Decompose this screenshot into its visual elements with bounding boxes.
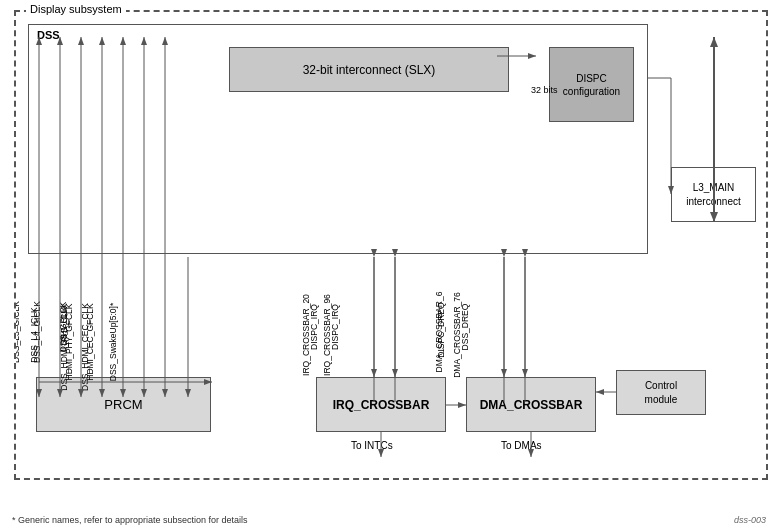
prcm-label: PRCM xyxy=(104,397,142,412)
svg-text:DSS_L3_ICLK: DSS_L3_ICLK xyxy=(16,307,18,363)
svg-text:IRQ_CROSSBAR_96: IRQ_CROSSBAR_96 xyxy=(322,294,332,376)
dma-crossbar-label: DMA_CROSSBAR xyxy=(480,398,583,412)
dss-label: DSS xyxy=(37,29,60,41)
svg-marker-64 xyxy=(392,369,398,377)
display-subsystem-box: Display subsystem DSS 32-bit interconnec… xyxy=(14,10,768,480)
svg-marker-68 xyxy=(522,369,528,377)
svg-text:DISPC_IRQ: DISPC_IRQ xyxy=(330,304,340,350)
svg-text:DMA_CROSSBAR_76: DMA_CROSSBAR_76 xyxy=(452,292,462,378)
svg-marker-72 xyxy=(596,389,604,395)
svg-text:DMA_CROSSBAR_6: DMA_CROSSBAR_6 xyxy=(434,291,444,372)
control-module-label: Controlmodule xyxy=(645,379,678,407)
prcm-box: PRCM xyxy=(36,377,211,432)
svg-text:DSS_SwakeUp[5:0]*: DSS_SwakeUp[5:0]* xyxy=(108,302,118,381)
irq-crossbar-label: IRQ_CROSSBAR xyxy=(333,398,430,412)
svg-text:DSS_GFLCK: DSS_GFLCK xyxy=(58,301,68,352)
interconnect-label: 32-bit interconnect (SLX) xyxy=(303,63,436,77)
dispc-config-label: DISPCconfiguration xyxy=(563,72,620,98)
svg-marker-70 xyxy=(458,402,466,408)
dma-crossbar-box: DMA_CROSSBAR xyxy=(466,377,596,432)
svg-text:HDMI_PHY_GFCLK: HDMI_PHY_GFCLK xyxy=(64,303,74,380)
to-dmas-label: To DMAs xyxy=(501,440,542,451)
interconnect-box: 32-bit interconnect (SLX) xyxy=(229,47,509,92)
svg-text:DISPC_DREQ: DISPC_DREQ xyxy=(436,302,446,358)
svg-text:DSS_DREQ: DSS_DREQ xyxy=(460,303,470,350)
svg-text:DISPC_IRQ: DISPC_IRQ xyxy=(309,304,319,350)
dss-box: DSS 32-bit interconnect (SLX) DISPCconfi… xyxy=(28,24,648,254)
dispc-config-box: DISPCconfiguration xyxy=(549,47,634,122)
to-intcs-label: To INTCs xyxy=(351,440,393,451)
svg-text:IRQ_CROSSBAR_20: IRQ_CROSSBAR_20 xyxy=(301,294,311,376)
irq-crossbar-box: IRQ_CROSSBAR xyxy=(316,377,446,432)
svg-text:DSS_L4_ICLK: DSS_L4_ICLK xyxy=(29,307,39,363)
footer-note: * Generic names, refer to appropriate su… xyxy=(12,515,248,525)
svg-text:DSS_L4_GICLK: DSS_L4_GICLK xyxy=(32,301,42,363)
svg-marker-67 xyxy=(501,369,507,377)
svg-marker-83 xyxy=(710,37,718,47)
bits-label: 32 bits xyxy=(531,85,558,95)
diagram-id: dss-003 xyxy=(734,515,766,525)
svg-text:DSS_L3_GICLK: DSS_L3_GICLK xyxy=(16,301,21,363)
display-subsystem-label: Display subsystem xyxy=(26,3,126,15)
l3-main-box: L3_MAINinterconnect xyxy=(671,167,756,222)
control-module-box: Controlmodule xyxy=(616,370,706,415)
svg-marker-63 xyxy=(371,369,377,377)
svg-text:DSS_CLK: DSS_CLK xyxy=(59,306,69,345)
l3-main-label: L3_MAINinterconnect xyxy=(686,181,740,209)
svg-text:HDMI_CEC_GFCLK: HDMI_CEC_GFCLK xyxy=(85,303,95,381)
